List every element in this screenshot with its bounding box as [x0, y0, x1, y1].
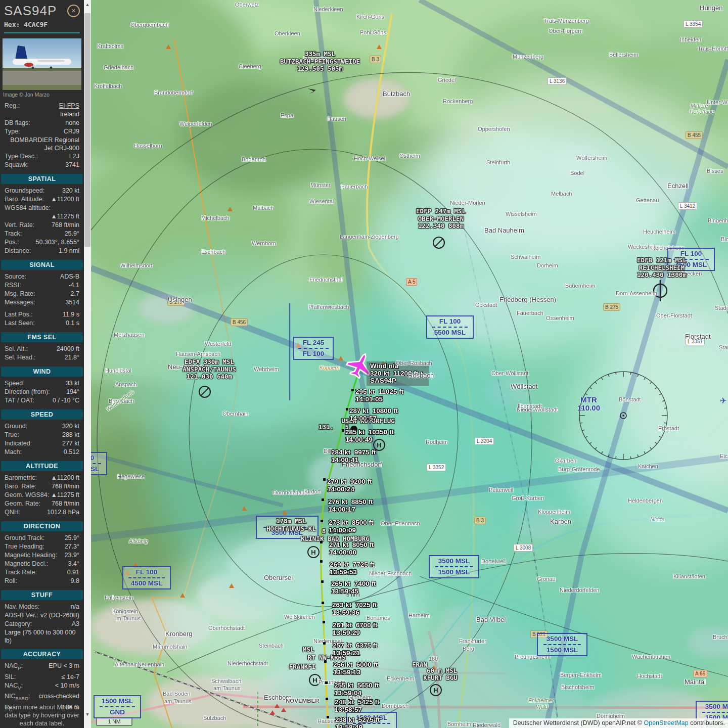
row-label: Type:	[5, 127, 20, 136]
navaid-dot	[350, 426, 357, 433]
row-label: Category:	[5, 620, 32, 628]
row-value: ▲11275 ft	[51, 491, 79, 499]
section-body: Speed:33 ktDirection (from):194°TAT / OA…	[1, 379, 83, 405]
row-label: Reg.:	[5, 102, 20, 110]
data-row: Mach:0.512	[1, 448, 83, 457]
data-row: Baro. Rate:768 ft/min	[1, 482, 83, 491]
data-row: Groundspeed:320 kt	[1, 187, 83, 195]
row-label: Type Desc.:	[5, 152, 38, 161]
data-row: Track Rate:0.91	[1, 568, 83, 577]
section-body: Groundspeed:320 ktBaro. Altitude:▲11200 …	[1, 187, 83, 255]
svg-text:H: H	[312, 676, 317, 684]
row-value: 33 kt	[66, 379, 79, 388]
scroll-down-icon[interactable]: ▼	[84, 711, 91, 718]
row-value: 3741	[65, 161, 79, 169]
row-label: DB flags:	[5, 119, 30, 127]
data-row: Track:25.9°	[1, 230, 83, 238]
aircraft-hex: Hex: 4CAC9F	[4, 21, 80, 28]
row-value: 768 ft/min	[52, 499, 79, 508]
section-header-accuracy: ACCURACY	[1, 649, 83, 659]
data-row: RSSI:-4.1	[1, 281, 83, 290]
data-row: True:288 kt	[1, 431, 83, 439]
data-row: NACV:< 10 m/s	[1, 681, 83, 693]
section-body: Sel. Alt.:24000 ftSel. Head.:21.8°	[1, 345, 83, 362]
row-label: Speed:	[5, 379, 25, 388]
row-value: 1.9 nmi	[59, 247, 79, 255]
section-body: Barometric:▲11200 ftBaro. Rate:768 ft/mi…	[1, 474, 83, 517]
row-value: 320 kt	[62, 187, 79, 195]
attribution-suffix: contributors.	[689, 719, 725, 726]
data-row: Roll:9.8	[1, 577, 83, 585]
svg-text:H: H	[433, 687, 438, 694]
data-row: Geom. WGS84:▲11275 ft	[1, 491, 83, 499]
row-value: -4.1	[68, 281, 79, 290]
row-label: Messages:	[5, 298, 35, 307]
row-value: cross-checked	[38, 692, 79, 703]
row-label: Direction (from):	[5, 388, 50, 396]
data-row: Direction (from):194°	[1, 388, 83, 396]
map-attribution: Deutscher Wetterdienst (DWD) openAIP.net…	[509, 718, 728, 728]
data-row: Sel. Head.:21.8°	[1, 353, 83, 362]
section-header-wind: WIND	[1, 367, 83, 377]
data-row: Messages:3514	[1, 298, 83, 307]
data-row: SIL:≤ 1e-7	[1, 673, 83, 681]
data-row: NACP:EPU < 3 m	[1, 662, 83, 673]
row-value: ▲11275 ft	[51, 212, 79, 221]
row-label: Indicated:	[5, 439, 32, 448]
row-label: Roll:	[5, 577, 17, 585]
data-row: Last Seen:0.1 s	[1, 319, 83, 328]
row-value: 320 kt	[62, 422, 79, 431]
close-icon[interactable]: ×	[67, 5, 80, 17]
row-label: Nav. Modes:	[5, 603, 39, 611]
data-row: Source:ADS-B	[1, 272, 83, 281]
row-label: Last Seen:	[5, 319, 35, 328]
row-label: QNH:	[5, 508, 20, 517]
row-label: Magnetic Heading:	[5, 551, 57, 560]
data-row: Squawk:3741	[1, 161, 83, 169]
row-label: NICBARO:	[5, 692, 30, 703]
row-value: 27.3°	[65, 542, 79, 551]
row-value: 0.512	[64, 448, 79, 457]
data-sections: SPATIALGroundspeed:320 ktBaro. Altitude:…	[1, 174, 83, 714]
hex-value: 4CAC9F	[24, 21, 48, 28]
row-value: 277 kt	[62, 439, 79, 448]
row-label: Source:	[5, 272, 26, 281]
aircraft-callsign: SAS94P	[4, 3, 57, 19]
row-label: Track Rate:	[5, 568, 37, 577]
info-wide-value: BOMBARDIER Regional Jet CRJ-900	[1, 136, 83, 152]
data-row: Ireland	[1, 110, 83, 119]
registration-link[interactable]: EI-FPS	[59, 102, 79, 110]
sidebar-scrollbar[interactable]: ▲ ▼	[84, 0, 91, 728]
attribution-text: Deutscher Wetterdienst (DWD) openAIP.net…	[513, 719, 644, 726]
data-row: Msg. Rate:2.7	[1, 290, 83, 298]
row-label: True Heading:	[5, 542, 44, 551]
row-value: 194°	[66, 388, 79, 396]
svg-text:H: H	[311, 549, 315, 556]
row-label: Last Pos.:	[5, 310, 33, 319]
row-value: 0.91	[67, 568, 79, 577]
data-row: ▲11275 ft	[1, 212, 83, 221]
row-value: 1012.8 hPa	[47, 508, 79, 517]
info-wide-value: Large (75 000 to 300 000 lb)	[1, 628, 83, 645]
openstreetmap-link[interactable]: OpenStreetMap	[644, 719, 688, 726]
row-value: n/a	[71, 603, 79, 611]
hex-label: Hex:	[4, 21, 20, 28]
map-canvas[interactable]: H H H H ✈	[91, 0, 728, 728]
row-label: Barometric:	[5, 474, 37, 482]
data-row: Speed:33 kt	[1, 379, 83, 388]
row-value: 3514	[65, 298, 79, 307]
row-value: L2J	[69, 152, 79, 161]
data-row: ADS-B Ver.:v2 (DO-260B)	[1, 611, 83, 620]
scroll-up-icon[interactable]: ▲	[84, 1, 91, 8]
row-label: Groundspeed:	[5, 187, 44, 195]
aircraft-photo[interactable]	[3, 38, 81, 90]
row-value: < 10 m/s	[55, 681, 79, 693]
section-body: Ground Track:25.9°True Heading:27.3°Magn…	[1, 534, 83, 585]
row-label: Pos.:	[5, 238, 19, 247]
row-label: Sel. Alt.:	[5, 345, 28, 353]
row-value: 9.8	[71, 577, 79, 585]
scrollbar-thumb[interactable]	[84, 13, 90, 247]
row-value: CRJ9	[64, 127, 79, 136]
row-label: Squawk:	[5, 161, 29, 169]
data-row: Vert. Rate:768 ft/min	[1, 221, 83, 230]
